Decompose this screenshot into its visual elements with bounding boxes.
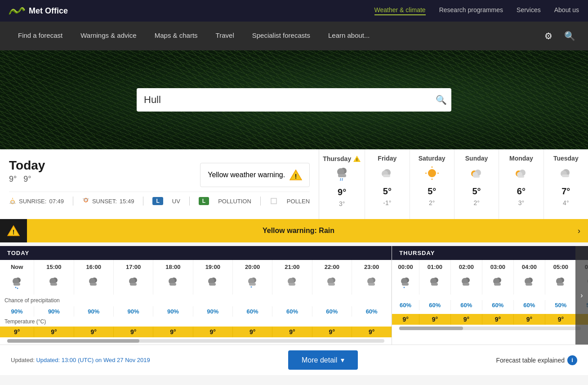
nav-learn[interactable]: Learn about... xyxy=(319,22,379,50)
thursday-icon-row xyxy=(392,274,588,295)
thu-precip-0400: 60% xyxy=(513,300,545,310)
hourly-section: TODAY Now 15:00 16:00 17:00 18:00 19:00 … xyxy=(0,246,588,345)
temp-1500: 9° xyxy=(34,327,74,337)
search-button[interactable]: 🔍 xyxy=(561,27,579,45)
svg-text:!: ! xyxy=(295,173,297,180)
day-col-tuesday[interactable]: Tuesday 7° 4° xyxy=(544,149,588,219)
pollen-label: POLLEN xyxy=(287,198,310,205)
thu-temp-0300: 9° xyxy=(482,314,513,325)
nav-about[interactable]: About us xyxy=(554,6,579,15)
svg-text:!: ! xyxy=(13,228,15,236)
today-warning-box[interactable]: Yellow weather warning. ! xyxy=(200,163,310,187)
nav-specialist[interactable]: Specialist forecasts xyxy=(243,22,319,50)
precip-1700: 90% xyxy=(113,306,153,317)
thu-time-0200: 02:00 xyxy=(450,260,482,274)
svg-rect-87 xyxy=(557,283,564,286)
warning-banner-arrow[interactable]: › xyxy=(570,226,588,236)
icon-2200 xyxy=(312,274,352,295)
top-nav-links: Weather & climate Research programmes Se… xyxy=(374,6,579,15)
nav-travel[interactable]: Travel xyxy=(207,22,243,50)
today-high-temp: 9° xyxy=(9,175,17,184)
location-search-input[interactable] xyxy=(137,88,451,112)
time-1500: 15:00 xyxy=(34,260,74,274)
more-detail-label: More detail xyxy=(302,356,337,364)
svg-point-18 xyxy=(428,169,436,177)
thu-precip-0000: 60% xyxy=(392,300,419,310)
forecast-table-info[interactable]: Forecast table explained i xyxy=(496,355,577,365)
temp-1800: 9° xyxy=(153,327,193,337)
precip-2200: 60% xyxy=(312,306,352,317)
thursday-scroll-thumb[interactable] xyxy=(399,327,463,330)
more-detail-button[interactable]: More detail ▾ xyxy=(288,350,358,370)
thu-temp-0500: 9° xyxy=(545,314,576,325)
temp-now: 9° xyxy=(0,327,34,337)
thursday-precip-row: 60% 60% 60% 60% 60% 50% 50% xyxy=(392,300,588,310)
search-submit-button[interactable]: 🔍 xyxy=(436,94,447,105)
warning-banner[interactable]: ! Yellow warning: Rain › xyxy=(0,219,588,242)
svg-line-14 xyxy=(342,178,343,181)
forecast-table-explained-text: Forecast table explained xyxy=(496,357,565,364)
svg-rect-33 xyxy=(562,175,569,177)
thu-temp-0100: 9° xyxy=(419,314,450,325)
nav-warnings[interactable]: Warnings & advice xyxy=(71,22,146,50)
scroll-right-button[interactable]: › xyxy=(575,246,588,345)
today-hourly-table: Now 15:00 16:00 17:00 18:00 19:00 20:00 … xyxy=(0,260,392,337)
friday-high: 5° xyxy=(383,186,392,197)
sec-nav-icons: ⚙ 🔍 xyxy=(541,27,579,45)
day-name-saturday: Saturday xyxy=(419,155,445,162)
thu-precip-0500: 50% xyxy=(545,300,576,310)
thursday-hourly-panel: THURSDAY 00:00 01:00 02:00 03:00 04:00 0… xyxy=(392,246,588,345)
today-scroll-thumb[interactable] xyxy=(7,339,139,343)
sunrise-icon xyxy=(9,197,16,205)
svg-rect-84 xyxy=(526,283,532,286)
warning-banner-icon-box: ! xyxy=(0,219,27,242)
nav-find-forecast[interactable]: Find a forecast xyxy=(9,22,71,50)
nav-maps-charts[interactable]: Maps & charts xyxy=(146,22,207,50)
icon-1900 xyxy=(193,274,232,295)
time-1800: 18:00 xyxy=(153,260,193,274)
sunset-icon xyxy=(82,197,89,205)
today-hourly-scroll[interactable]: Now 15:00 16:00 17:00 18:00 19:00 20:00 … xyxy=(0,260,392,337)
time-now: Now xyxy=(0,260,34,274)
sunrise-info: SUNRISE: 07:49 xyxy=(9,197,64,205)
day-name-monday: Monday xyxy=(509,155,533,162)
day-col-sunday[interactable]: Sunday 5° 2° xyxy=(454,149,499,219)
thursday-temp-label-row xyxy=(392,310,588,314)
logo-area[interactable]: Met Office xyxy=(9,5,68,16)
thu-temp-0000: 9° xyxy=(392,314,419,325)
sunrise-label: SUNRISE: xyxy=(19,198,46,205)
thursday-hourly-scroll[interactable]: 00:00 01:00 02:00 03:00 04:00 05:00 06:0… xyxy=(392,260,588,325)
today-scroll-track[interactable] xyxy=(7,339,384,343)
day-col-saturday[interactable]: Saturday 5° 2° xyxy=(410,149,454,219)
precip-now: 90% xyxy=(0,306,34,317)
temp-1700: 9° xyxy=(113,327,153,337)
thursday-temp-row: 9° 9° 9° 9° 9° 9° 9° xyxy=(392,314,588,325)
top-navigation: Met Office Weather & climate Research pr… xyxy=(0,0,588,22)
friday-weather-icon xyxy=(379,165,396,184)
today-precip-row: 90% 90% 90% 90% 90% 90% 60% 60% 60% 60% xyxy=(0,306,392,317)
day-name-sunday: Sunday xyxy=(465,155,488,162)
nav-research[interactable]: Research programmes xyxy=(439,6,503,15)
precip-1600: 90% xyxy=(74,306,113,317)
thursday-scroll-track[interactable] xyxy=(399,327,581,330)
saturday-high: 5° xyxy=(428,186,436,197)
tuesday-high: 7° xyxy=(561,186,570,197)
settings-button[interactable]: ⚙ xyxy=(541,27,556,45)
today-icon-row xyxy=(0,274,392,295)
day-col-monday[interactable]: Monday 6° 3° xyxy=(499,149,543,219)
thursday-precip-label-row xyxy=(392,295,588,300)
svg-rect-68 xyxy=(368,283,375,286)
day-col-thursday[interactable]: Thursday ! 9° 3° xyxy=(319,149,365,219)
thu-time-0100: 01:00 xyxy=(419,260,450,274)
temp-2000: 9° xyxy=(232,327,272,337)
svg-rect-55 xyxy=(209,283,216,286)
thu-icon-0200 xyxy=(450,274,482,295)
sunrise-time: 07:49 xyxy=(49,198,64,205)
day-col-friday[interactable]: Friday 5° -1° xyxy=(365,149,410,219)
uv-label: UV xyxy=(172,198,180,205)
nav-weather-climate[interactable]: Weather & climate xyxy=(374,6,426,15)
logo-text: Met Office xyxy=(29,6,68,16)
thu-icon-0100 xyxy=(419,274,450,295)
info-circle-icon: i xyxy=(567,355,577,365)
nav-services[interactable]: Services xyxy=(517,6,541,15)
